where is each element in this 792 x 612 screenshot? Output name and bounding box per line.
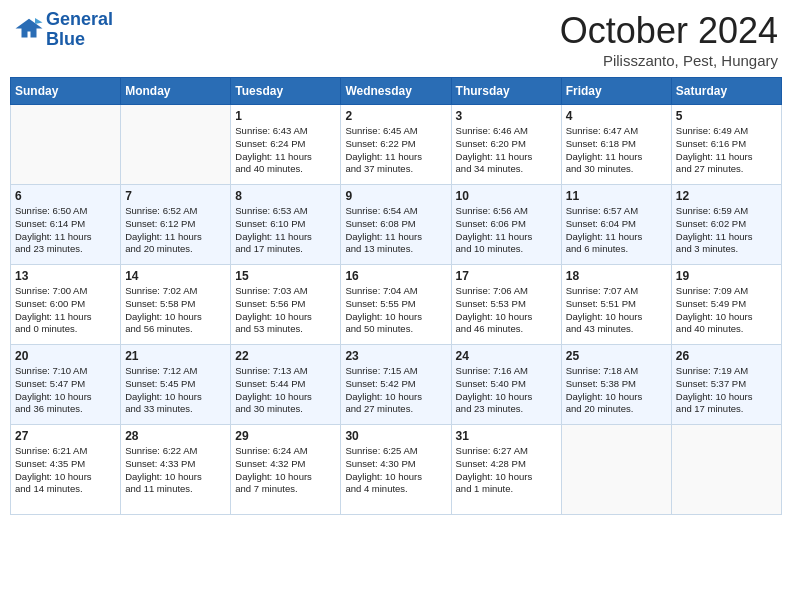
calendar-cell: 5Sunrise: 6:49 AM Sunset: 6:16 PM Daylig…: [671, 105, 781, 185]
day-number: 17: [456, 269, 557, 283]
calendar-table: SundayMondayTuesdayWednesdayThursdayFrid…: [10, 77, 782, 515]
calendar-cell: 23Sunrise: 7:15 AM Sunset: 5:42 PM Dayli…: [341, 345, 451, 425]
calendar-cell: 3Sunrise: 6:46 AM Sunset: 6:20 PM Daylig…: [451, 105, 561, 185]
day-info: Sunrise: 7:15 AM Sunset: 5:42 PM Dayligh…: [345, 365, 446, 416]
day-info: Sunrise: 6:53 AM Sunset: 6:10 PM Dayligh…: [235, 205, 336, 256]
calendar-cell: [671, 425, 781, 515]
day-info: Sunrise: 7:18 AM Sunset: 5:38 PM Dayligh…: [566, 365, 667, 416]
day-number: 29: [235, 429, 336, 443]
day-number: 4: [566, 109, 667, 123]
calendar-cell: 20Sunrise: 7:10 AM Sunset: 5:47 PM Dayli…: [11, 345, 121, 425]
weekday-header-sunday: Sunday: [11, 78, 121, 105]
calendar-week-2: 6Sunrise: 6:50 AM Sunset: 6:14 PM Daylig…: [11, 185, 782, 265]
day-number: 31: [456, 429, 557, 443]
day-number: 5: [676, 109, 777, 123]
calendar-cell: 19Sunrise: 7:09 AM Sunset: 5:49 PM Dayli…: [671, 265, 781, 345]
day-number: 13: [15, 269, 116, 283]
weekday-header-wednesday: Wednesday: [341, 78, 451, 105]
calendar-cell: 31Sunrise: 6:27 AM Sunset: 4:28 PM Dayli…: [451, 425, 561, 515]
calendar-cell: 18Sunrise: 7:07 AM Sunset: 5:51 PM Dayli…: [561, 265, 671, 345]
calendar-cell: [121, 105, 231, 185]
header-row: SundayMondayTuesdayWednesdayThursdayFrid…: [11, 78, 782, 105]
day-info: Sunrise: 6:52 AM Sunset: 6:12 PM Dayligh…: [125, 205, 226, 256]
calendar-body: 1Sunrise: 6:43 AM Sunset: 6:24 PM Daylig…: [11, 105, 782, 515]
day-info: Sunrise: 6:25 AM Sunset: 4:30 PM Dayligh…: [345, 445, 446, 496]
weekday-header-monday: Monday: [121, 78, 231, 105]
day-info: Sunrise: 7:10 AM Sunset: 5:47 PM Dayligh…: [15, 365, 116, 416]
day-number: 23: [345, 349, 446, 363]
page-header: General Blue October 2024 Pilisszanto, P…: [10, 10, 782, 69]
weekday-header-friday: Friday: [561, 78, 671, 105]
day-number: 25: [566, 349, 667, 363]
day-info: Sunrise: 7:09 AM Sunset: 5:49 PM Dayligh…: [676, 285, 777, 336]
day-number: 22: [235, 349, 336, 363]
month-title: October 2024: [560, 10, 778, 52]
day-info: Sunrise: 7:07 AM Sunset: 5:51 PM Dayligh…: [566, 285, 667, 336]
calendar-cell: 2Sunrise: 6:45 AM Sunset: 6:22 PM Daylig…: [341, 105, 451, 185]
calendar-cell: 27Sunrise: 6:21 AM Sunset: 4:35 PM Dayli…: [11, 425, 121, 515]
day-info: Sunrise: 6:21 AM Sunset: 4:35 PM Dayligh…: [15, 445, 116, 496]
day-number: 2: [345, 109, 446, 123]
day-number: 11: [566, 189, 667, 203]
day-info: Sunrise: 7:13 AM Sunset: 5:44 PM Dayligh…: [235, 365, 336, 416]
calendar-cell: [11, 105, 121, 185]
calendar-cell: 10Sunrise: 6:56 AM Sunset: 6:06 PM Dayli…: [451, 185, 561, 265]
day-info: Sunrise: 6:56 AM Sunset: 6:06 PM Dayligh…: [456, 205, 557, 256]
calendar-cell: 12Sunrise: 6:59 AM Sunset: 6:02 PM Dayli…: [671, 185, 781, 265]
day-info: Sunrise: 7:16 AM Sunset: 5:40 PM Dayligh…: [456, 365, 557, 416]
logo-line1: General: [46, 10, 113, 30]
day-number: 10: [456, 189, 557, 203]
day-number: 8: [235, 189, 336, 203]
logo: General Blue: [14, 10, 113, 50]
day-number: 3: [456, 109, 557, 123]
calendar-cell: 4Sunrise: 6:47 AM Sunset: 6:18 PM Daylig…: [561, 105, 671, 185]
day-number: 19: [676, 269, 777, 283]
calendar-cell: 30Sunrise: 6:25 AM Sunset: 4:30 PM Dayli…: [341, 425, 451, 515]
day-info: Sunrise: 6:27 AM Sunset: 4:28 PM Dayligh…: [456, 445, 557, 496]
day-number: 9: [345, 189, 446, 203]
calendar-cell: 8Sunrise: 6:53 AM Sunset: 6:10 PM Daylig…: [231, 185, 341, 265]
day-number: 30: [345, 429, 446, 443]
calendar-cell: 6Sunrise: 6:50 AM Sunset: 6:14 PM Daylig…: [11, 185, 121, 265]
day-number: 26: [676, 349, 777, 363]
calendar-cell: 17Sunrise: 7:06 AM Sunset: 5:53 PM Dayli…: [451, 265, 561, 345]
day-info: Sunrise: 6:59 AM Sunset: 6:02 PM Dayligh…: [676, 205, 777, 256]
day-info: Sunrise: 7:04 AM Sunset: 5:55 PM Dayligh…: [345, 285, 446, 336]
day-number: 28: [125, 429, 226, 443]
calendar-cell: 11Sunrise: 6:57 AM Sunset: 6:04 PM Dayli…: [561, 185, 671, 265]
day-number: 12: [676, 189, 777, 203]
day-number: 15: [235, 269, 336, 283]
calendar-cell: 9Sunrise: 6:54 AM Sunset: 6:08 PM Daylig…: [341, 185, 451, 265]
calendar-cell: 1Sunrise: 6:43 AM Sunset: 6:24 PM Daylig…: [231, 105, 341, 185]
day-info: Sunrise: 6:43 AM Sunset: 6:24 PM Dayligh…: [235, 125, 336, 176]
day-number: 16: [345, 269, 446, 283]
calendar-week-1: 1Sunrise: 6:43 AM Sunset: 6:24 PM Daylig…: [11, 105, 782, 185]
calendar-cell: 15Sunrise: 7:03 AM Sunset: 5:56 PM Dayli…: [231, 265, 341, 345]
calendar-cell: 24Sunrise: 7:16 AM Sunset: 5:40 PM Dayli…: [451, 345, 561, 425]
day-number: 21: [125, 349, 226, 363]
weekday-header-saturday: Saturday: [671, 78, 781, 105]
calendar-cell: 13Sunrise: 7:00 AM Sunset: 6:00 PM Dayli…: [11, 265, 121, 345]
calendar-cell: [561, 425, 671, 515]
calendar-cell: 21Sunrise: 7:12 AM Sunset: 5:45 PM Dayli…: [121, 345, 231, 425]
day-info: Sunrise: 6:24 AM Sunset: 4:32 PM Dayligh…: [235, 445, 336, 496]
calendar-week-3: 13Sunrise: 7:00 AM Sunset: 6:00 PM Dayli…: [11, 265, 782, 345]
day-info: Sunrise: 7:03 AM Sunset: 5:56 PM Dayligh…: [235, 285, 336, 336]
day-number: 6: [15, 189, 116, 203]
day-number: 1: [235, 109, 336, 123]
day-number: 14: [125, 269, 226, 283]
calendar-week-5: 27Sunrise: 6:21 AM Sunset: 4:35 PM Dayli…: [11, 425, 782, 515]
calendar-cell: 14Sunrise: 7:02 AM Sunset: 5:58 PM Dayli…: [121, 265, 231, 345]
day-info: Sunrise: 6:50 AM Sunset: 6:14 PM Dayligh…: [15, 205, 116, 256]
day-info: Sunrise: 7:19 AM Sunset: 5:37 PM Dayligh…: [676, 365, 777, 416]
location: Pilisszanto, Pest, Hungary: [560, 52, 778, 69]
calendar-cell: 22Sunrise: 7:13 AM Sunset: 5:44 PM Dayli…: [231, 345, 341, 425]
day-info: Sunrise: 6:49 AM Sunset: 6:16 PM Dayligh…: [676, 125, 777, 176]
day-info: Sunrise: 6:45 AM Sunset: 6:22 PM Dayligh…: [345, 125, 446, 176]
day-info: Sunrise: 7:02 AM Sunset: 5:58 PM Dayligh…: [125, 285, 226, 336]
day-info: Sunrise: 7:06 AM Sunset: 5:53 PM Dayligh…: [456, 285, 557, 336]
svg-marker-1: [35, 18, 43, 24]
calendar-header: SundayMondayTuesdayWednesdayThursdayFrid…: [11, 78, 782, 105]
calendar-cell: 16Sunrise: 7:04 AM Sunset: 5:55 PM Dayli…: [341, 265, 451, 345]
logo-icon: [14, 15, 44, 45]
